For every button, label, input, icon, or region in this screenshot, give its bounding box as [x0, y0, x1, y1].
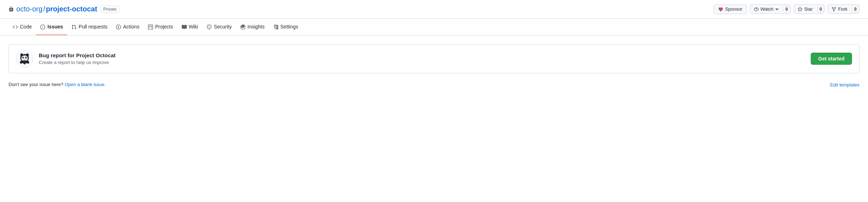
watch-label: Watch — [761, 6, 773, 12]
main-content: Bug report for Project Octocat Create a … — [0, 36, 868, 95]
sponsor-button[interactable]: Sponsor — [714, 4, 747, 14]
insights-icon — [240, 24, 245, 30]
tab-insights-label: Insights — [248, 24, 265, 30]
get-started-button[interactable]: Get started — [811, 53, 852, 65]
page-header: octo-org/project-octocat Private Sponsor… — [0, 0, 868, 19]
star-label: Star — [804, 6, 813, 12]
security-icon — [207, 24, 212, 30]
tab-insights[interactable]: Insights — [236, 19, 269, 35]
projects-icon — [148, 24, 153, 30]
repo-identity: octo-org/project-octocat Private — [9, 5, 120, 13]
code-icon — [13, 24, 18, 30]
settings-icon — [273, 24, 278, 30]
repo-owner-link[interactable]: octo-org — [16, 5, 42, 13]
tab-actions-label: Actions — [123, 24, 139, 30]
star-button-group: Star 0 — [794, 4, 825, 14]
tab-wiki-label: Wiki — [189, 24, 198, 30]
tab-projects[interactable]: Projects — [144, 19, 178, 35]
header-actions: Sponsor Watch 0 Star 0 — [714, 4, 859, 14]
no-issue-label: Don't see your issue here? — [9, 82, 63, 87]
edit-templates-container: Edit templates — [830, 82, 859, 87]
tabs-navigation: Code Issues Pull requests Actions — [0, 19, 868, 36]
tab-actions[interactable]: Actions — [112, 19, 144, 35]
tab-issues-label: Issues — [47, 24, 63, 30]
template-card-left: Bug report for Project Octocat Create a … — [16, 50, 116, 67]
fork-label: Fork — [838, 6, 847, 12]
wiki-icon — [182, 24, 187, 30]
tab-security-label: Security — [214, 24, 232, 30]
issue-template-card: Bug report for Project Octocat Create a … — [9, 44, 859, 73]
star-main-button[interactable]: Star — [794, 5, 816, 14]
tab-code[interactable]: Code — [9, 19, 36, 35]
tab-projects-label: Projects — [155, 24, 173, 30]
svg-point-6 — [25, 57, 27, 58]
footer-row: Don't see your issue here? Open a blank … — [9, 80, 859, 89]
svg-rect-13 — [21, 60, 28, 63]
lock-icon — [9, 6, 14, 12]
tab-code-label: Code — [20, 24, 32, 30]
issues-icon — [40, 24, 45, 30]
fork-count: 0 — [852, 6, 859, 12]
no-issue-text: Don't see your issue here? Open a blank … — [9, 82, 106, 87]
actions-icon — [116, 24, 121, 30]
watch-count: 0 — [783, 6, 790, 12]
repo-path: octo-org/project-octocat — [16, 5, 97, 13]
tab-pull-requests-label: Pull requests — [79, 24, 107, 30]
svg-point-8 — [26, 57, 27, 58]
star-count: 0 — [817, 6, 825, 12]
svg-point-7 — [23, 57, 24, 58]
private-badge: Private — [100, 6, 120, 13]
svg-point-4 — [21, 55, 28, 61]
fork-button-group: Fork 0 — [827, 4, 859, 14]
open-blank-issue-link[interactable]: Open a blank issue. — [65, 82, 106, 87]
tab-issues[interactable]: Issues — [36, 19, 67, 35]
heart-icon — [718, 6, 723, 12]
edit-templates-link[interactable]: Edit templates — [830, 82, 859, 87]
tab-settings[interactable]: Settings — [269, 19, 303, 35]
template-info: Bug report for Project Octocat Create a … — [39, 52, 116, 65]
tab-settings-label: Settings — [280, 24, 298, 30]
tab-pull-requests[interactable]: Pull requests — [67, 19, 112, 35]
sponsor-label: Sponsor — [725, 6, 742, 12]
tab-security[interactable]: Security — [202, 19, 236, 35]
watch-main-button[interactable]: Watch — [750, 5, 782, 14]
repo-name-link[interactable]: project-octocat — [46, 5, 97, 13]
repo-separator: / — [43, 5, 45, 13]
template-description: Create a report to help us improve — [39, 60, 116, 65]
template-title: Bug report for Project Octocat — [39, 52, 116, 58]
svg-point-9 — [23, 59, 26, 60]
pull-requests-icon — [72, 24, 76, 30]
fork-main-button[interactable]: Fork — [828, 5, 851, 14]
tab-wiki[interactable]: Wiki — [178, 19, 202, 35]
watch-button-group: Watch 0 — [750, 4, 791, 14]
svg-point-5 — [22, 57, 24, 58]
octocat-avatar — [16, 50, 33, 67]
